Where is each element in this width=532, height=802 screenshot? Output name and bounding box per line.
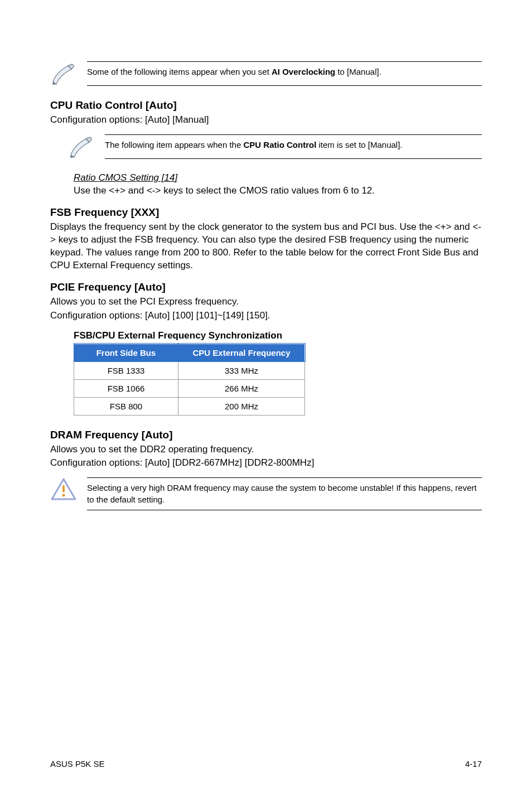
- note1-text-b: to [Manual].: [335, 67, 381, 76]
- heading-cpu-ratio: CPU Ratio Control [Auto]: [50, 99, 482, 112]
- footer-left: ASUS P5K SE: [50, 759, 105, 769]
- cell-freq: 266 MHz: [178, 379, 305, 397]
- th-front-side-bus: Front Side Bus: [74, 344, 178, 361]
- body-dram-2: Configuration options: [Auto] [DDR2-667M…: [50, 457, 482, 470]
- body-fsb: Displays the frequency sent by the clock…: [50, 221, 482, 272]
- cell-fsb: FSB 1333: [74, 361, 178, 379]
- cell-freq: 333 MHz: [178, 361, 305, 379]
- caution-icon: [50, 477, 77, 501]
- table-caption: FSB/CPU External Frequency Synchronizati…: [74, 330, 482, 341]
- heading-fsb: FSB Frequency [XXX]: [50, 206, 482, 219]
- table-row: FSB 1066 266 MHz: [74, 379, 305, 397]
- pencil-icon: [50, 61, 77, 85]
- pencil-icon: [68, 134, 95, 158]
- note2-bold: CPU Ratio Control: [243, 140, 316, 149]
- cell-fsb: FSB 1066: [74, 379, 178, 397]
- heading-dram: DRAM Frequency [Auto]: [50, 429, 482, 441]
- body-pcie-2: Configuration options: [Auto] [100] [101…: [50, 310, 482, 322]
- note2-text-a: The following item appears when the: [105, 140, 243, 149]
- page-footer: ASUS P5K SE 4-17: [50, 759, 482, 780]
- body-dram-1: Allows you to set the DDR2 operating fre…: [50, 443, 482, 456]
- note-dram-caution: Selecting a very high DRAM frequency may…: [50, 477, 482, 510]
- body-cpu-ratio: Configuration options: [Auto] [Manual]: [50, 114, 482, 127]
- note-text: The following item appears when the CPU …: [105, 134, 482, 159]
- note2-text-b: item is set to [Manual].: [316, 140, 402, 149]
- footer-right: 4-17: [465, 759, 482, 769]
- sub-ratio-cmos: Ratio CMOS Setting [14] Use the <+> and …: [74, 172, 482, 197]
- cell-freq: 200 MHz: [178, 397, 305, 415]
- note1-bold: AI Overclocking: [272, 67, 335, 76]
- note-text: Selecting a very high DRAM frequency may…: [87, 477, 482, 510]
- note3-text: Selecting a very high DRAM frequency may…: [87, 483, 477, 504]
- svg-rect-0: [62, 485, 65, 492]
- note-ai-overclocking: Some of the following items appear when …: [50, 61, 482, 86]
- svg-point-1: [62, 494, 65, 497]
- freq-table: Front Side Bus CPU External Frequency FS…: [74, 344, 305, 416]
- sub-title-ratio-cmos: Ratio CMOS Setting [14]: [74, 172, 482, 183]
- body-pcie-1: Allows you to set the PCI Express freque…: [50, 296, 482, 308]
- table-row: FSB 1333 333 MHz: [74, 361, 305, 379]
- note-cpu-ratio: The following item appears when the CPU …: [68, 134, 482, 159]
- cell-fsb: FSB 800: [74, 397, 178, 415]
- note1-text-a: Some of the following items appear when …: [87, 67, 272, 76]
- sub-desc-ratio-cmos: Use the <+> and <-> keys to select the C…: [74, 185, 482, 197]
- heading-pcie: PCIE Frequency [Auto]: [50, 281, 482, 293]
- note-text: Some of the following items appear when …: [87, 61, 482, 86]
- th-cpu-ext-freq: CPU External Frequency: [178, 344, 305, 361]
- table-row: FSB 800 200 MHz: [74, 397, 305, 415]
